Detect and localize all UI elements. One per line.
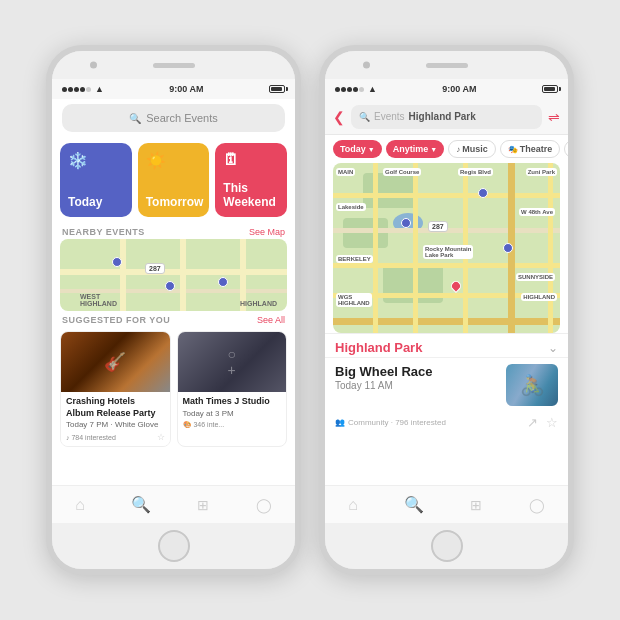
status-time-1: 9:00 AM <box>169 84 203 94</box>
chip-music[interactable]: ♪ Music <box>448 140 496 158</box>
event-list-footer: 👥 Community · 796 interested ↗ ☆ <box>325 412 568 435</box>
park-area-1 <box>363 173 418 208</box>
park-area-2 <box>343 218 388 248</box>
tile-weekend-label: This Weekend <box>223 181 279 209</box>
phone-1: ▲ 9:00 AM 🔍 Search Events ❄️ Today <box>46 45 301 575</box>
map-label-lake: Lakeside <box>336 203 366 211</box>
event-2-name: Math Times J Studio <box>183 396 282 408</box>
event-thumb: 🚴 <box>506 364 558 406</box>
search-bar-1[interactable]: 🔍 Search Events <box>62 104 285 132</box>
weekend-icon: 🗓 <box>223 151 239 169</box>
nav-search-1[interactable]: 🔍 <box>131 495 151 514</box>
chevron-down-icon[interactable]: ⌄ <box>548 341 558 355</box>
location-name: Highland Park <box>335 340 422 355</box>
tile-tomorrow-label: Tomorrow <box>146 195 204 209</box>
nav-calendar-2[interactable]: ⊞ <box>470 497 482 513</box>
see-map-link[interactable]: See Map <box>249 227 285 237</box>
bottom-nav-2: ⌂ 🔍 ⊞ ◯ <box>325 485 568 523</box>
chip-today[interactable]: Today ▼ <box>333 140 382 158</box>
event-list-time: Today 11 AM <box>335 380 498 391</box>
map-label-highland3: HIGHLAND <box>521 293 557 301</box>
chip-theatre[interactable]: 🎭 Theatre <box>500 140 561 158</box>
status-bar-2: ▲ 9:00 AM <box>325 79 568 99</box>
tile-weekend[interactable]: 🗓 This Weekend <box>215 143 287 217</box>
home-button-1[interactable] <box>158 530 190 562</box>
map-pin-c <box>503 243 513 253</box>
map-label-main: MAIN <box>336 168 355 176</box>
screen-1: ▲ 9:00 AM 🔍 Search Events ❄️ Today <box>52 79 295 523</box>
phone-top-2 <box>325 51 568 79</box>
wifi-icon-2: ▲ <box>368 84 377 94</box>
map-label-highland2: WGSHIGHLAND <box>336 293 372 307</box>
filter-icon[interactable]: ⇌ <box>548 109 560 125</box>
quick-tiles: ❄️ Today ☀️ Tomorrow 🗓 This Weekend <box>52 137 295 223</box>
speaker-1 <box>153 63 195 68</box>
map-shield-287: 287 <box>145 263 165 274</box>
search-placeholder-1: Search Events <box>146 112 218 124</box>
map-shield-287-2: 287 <box>428 221 448 232</box>
event-list-item[interactable]: Big Wheel Race Today 11 AM 🚴 <box>325 357 568 412</box>
search-icon-2: 🔍 <box>359 112 370 122</box>
map-label-zuni: Zuni Park <box>526 168 557 176</box>
camera-2 <box>363 62 370 69</box>
wifi-icon: ▲ <box>95 84 104 94</box>
event-1-star[interactable]: ☆ <box>157 432 165 442</box>
signal-icon <box>62 87 91 92</box>
event-list-name: Big Wheel Race <box>335 364 498 379</box>
home-button-2[interactable] <box>431 530 463 562</box>
event-1-category: ♪ 784 interested <box>66 434 116 441</box>
battery-icon-1 <box>269 85 285 93</box>
map-label-rm: Rocky MountainLake Park <box>423 245 473 259</box>
event-1-name: Crashing Hotels Album Release Party <box>66 396 165 419</box>
event-share-icon[interactable]: ↗ <box>527 415 538 430</box>
nav-home-1[interactable]: ⌂ <box>75 496 85 514</box>
location-section: Highland Park ⌄ <box>325 333 568 357</box>
map-label-west: WESTHIGHLAND <box>80 293 117 307</box>
nav-calendar-1[interactable]: ⊞ <box>197 497 209 513</box>
chip-anytime[interactable]: Anytime ▼ <box>386 140 444 158</box>
phone-top-1 <box>52 51 295 79</box>
event-2-time: Today at 3 PM <box>183 409 282 418</box>
map-pin-2 <box>165 281 175 291</box>
nav-search-2[interactable]: 🔍 <box>404 495 424 514</box>
event-1-time: Today 7 PM · White Glove <box>66 420 165 429</box>
event-img-music: 🎸 <box>61 332 170 392</box>
bottom-nav-1: ⌂ 🔍 ⊞ ◯ <box>52 485 295 523</box>
speaker-2 <box>426 63 468 68</box>
tile-today-label: Today <box>68 195 102 209</box>
map-pin-b <box>478 188 488 198</box>
chip-more[interactable]: ≡ <box>564 140 568 158</box>
tile-today[interactable]: ❄️ Today <box>60 143 132 217</box>
status-bar-1: ▲ 9:00 AM <box>52 79 295 99</box>
search-location-2: Highland Park <box>409 111 476 122</box>
phone-2: ▲ 9:00 AM ❮ 🔍 Events Highland Park ⇌ <box>319 45 574 575</box>
back-button[interactable]: ❮ <box>333 109 345 125</box>
event-card-1[interactable]: 🎸 Crashing Hotels Album Release Party To… <box>60 331 171 447</box>
nearby-title: NEARBY EVENTS <box>62 227 145 237</box>
nav-header-2: ❮ 🔍 Events Highland Park ⇌ <box>325 99 568 135</box>
map-label-regis: Regis Blvd <box>458 168 493 176</box>
tile-tomorrow[interactable]: ☀️ Tomorrow <box>138 143 210 217</box>
nav-person-2[interactable]: ◯ <box>529 497 545 513</box>
event-star-icon[interactable]: ☆ <box>546 415 558 430</box>
battery-icon-2 <box>542 85 558 93</box>
suggested-header: SUGGESTED FOR YOU See All <box>52 311 295 327</box>
search-bar-2[interactable]: 🔍 Events Highland Park <box>351 105 542 129</box>
map-label-sunnyside: SUNNYSIDE <box>516 273 555 281</box>
search-icon-1: 🔍 <box>129 113 141 124</box>
map-label-highland: HIGHLAND <box>240 300 277 307</box>
nav-home-2[interactable]: ⌂ <box>348 496 358 514</box>
nav-person-1[interactable]: ◯ <box>256 497 272 513</box>
camera-1 <box>90 62 97 69</box>
search-label-2: Events <box>374 111 405 122</box>
map-pin-selected <box>449 279 463 293</box>
event-meta-community: 👥 Community · 796 interested <box>335 418 446 427</box>
see-all-link[interactable]: See All <box>257 315 285 325</box>
nearby-map: 287 WESTHIGHLAND HIGHLAND <box>60 239 287 311</box>
map-pin-3 <box>218 277 228 287</box>
event-img-art: ○+ <box>178 332 287 392</box>
today-icon: ❄️ <box>68 151 88 170</box>
status-time-2: 9:00 AM <box>442 84 476 94</box>
nearby-map-2: 287 Regis Blvd W 48th Ave Lakeside Rocky… <box>333 163 560 333</box>
event-card-2[interactable]: ○+ Math Times J Studio Today at 3 PM 🎨 3… <box>177 331 288 447</box>
